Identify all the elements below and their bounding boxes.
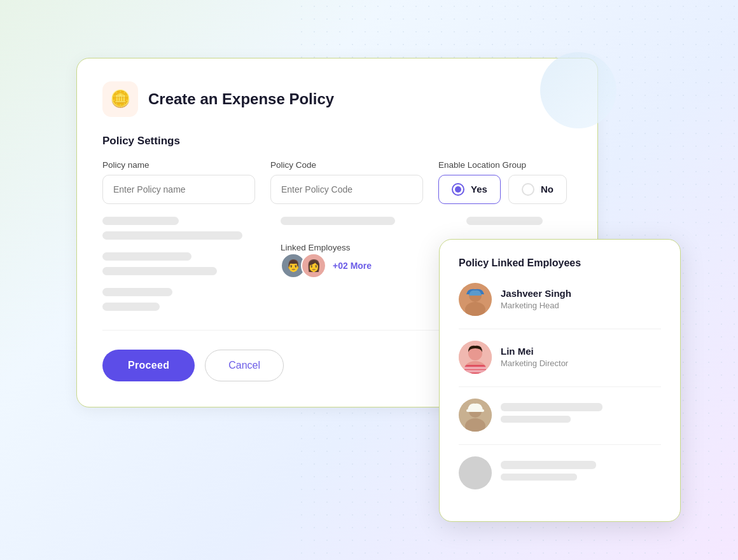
left-skeletons — [102, 217, 255, 317]
divider-1 — [459, 329, 661, 329]
location-group: Enable Location Group Yes No — [438, 160, 572, 204]
radio-yes-circle — [452, 183, 464, 196]
skeleton-name-4 — [501, 461, 596, 469]
right-skeletons-top — [281, 217, 572, 231]
avatar-linmei — [459, 341, 492, 374]
skeleton-1 — [102, 217, 179, 225]
employee-item-1: Jashveer Singh Marketing Head — [459, 283, 661, 316]
card-header: 🪙 Create an Expense Policy — [102, 81, 572, 117]
radio-no-circle — [522, 183, 534, 196]
emp-skeleton-3 — [501, 403, 661, 427]
emp-info-2: Lin Mei Marketing Director — [501, 346, 661, 368]
cancel-button[interactable]: Cancel — [205, 350, 284, 381]
employee-item-2: Lin Mei Marketing Director — [459, 341, 661, 374]
avatar-jashveer — [459, 283, 492, 316]
divider-2 — [459, 386, 661, 387]
radio-yes-label: Yes — [471, 184, 487, 195]
avatar-2: 👩 — [301, 253, 326, 278]
skeleton-name-3 — [501, 403, 602, 411]
svg-rect-7 — [464, 367, 486, 369]
avatar-third — [459, 399, 492, 432]
linked-employees-label: Linked Employess — [281, 243, 351, 252]
skeleton-role-3 — [501, 416, 571, 423]
emp-role-2: Marketing Director — [501, 359, 661, 368]
svg-rect-8 — [464, 370, 486, 372]
policy-name-label: Policy name — [102, 160, 255, 170]
policy-name-input[interactable] — [102, 175, 255, 204]
radio-no-label: No — [541, 184, 554, 195]
location-options: Yes No — [438, 175, 572, 204]
skeleton-6 — [102, 303, 160, 311]
form-row-1: Policy name Policy Code Enable Location … — [102, 160, 572, 204]
divider-3 — [459, 444, 661, 445]
popup-title: Policy Linked Employees — [459, 257, 661, 269]
skeleton-r2 — [466, 217, 543, 225]
policy-name-group: Policy name — [102, 160, 255, 204]
skeleton-role-4 — [501, 474, 577, 481]
emp-skeleton-4 — [501, 461, 661, 485]
radio-yes[interactable]: Yes — [438, 175, 501, 204]
emp-info-1: Jashveer Singh Marketing Head — [501, 288, 661, 310]
skeleton-4 — [102, 267, 217, 275]
section-title: Policy Settings — [102, 135, 572, 147]
emp-role-1: Marketing Head — [501, 301, 661, 310]
emp-name-1: Jashveer Singh — [501, 288, 661, 299]
policy-code-input[interactable] — [270, 175, 423, 204]
skeleton-3 — [102, 252, 191, 261]
location-label: Enable Location Group — [438, 160, 572, 170]
skeleton-r1 — [281, 217, 395, 225]
policy-code-label: Policy Code — [270, 160, 423, 170]
emp-name-2: Lin Mei — [501, 346, 661, 357]
skeleton-5 — [102, 288, 172, 296]
skeleton-2 — [102, 231, 242, 240]
radio-no[interactable]: No — [508, 175, 567, 204]
policy-code-group: Policy Code — [270, 160, 423, 204]
employee-item-3 — [459, 399, 661, 432]
card-title: Create an Expense Policy — [148, 90, 334, 108]
avatar-fourth — [459, 456, 492, 489]
more-badge[interactable]: +02 More — [333, 261, 372, 271]
svg-rect-12 — [466, 409, 484, 412]
proceed-button[interactable]: Proceed — [102, 350, 195, 381]
employee-item-4 — [459, 456, 661, 489]
popup-card: Policy Linked Employees Jashveer Singh M… — [439, 239, 681, 522]
expense-icon: 🪙 — [102, 81, 138, 117]
